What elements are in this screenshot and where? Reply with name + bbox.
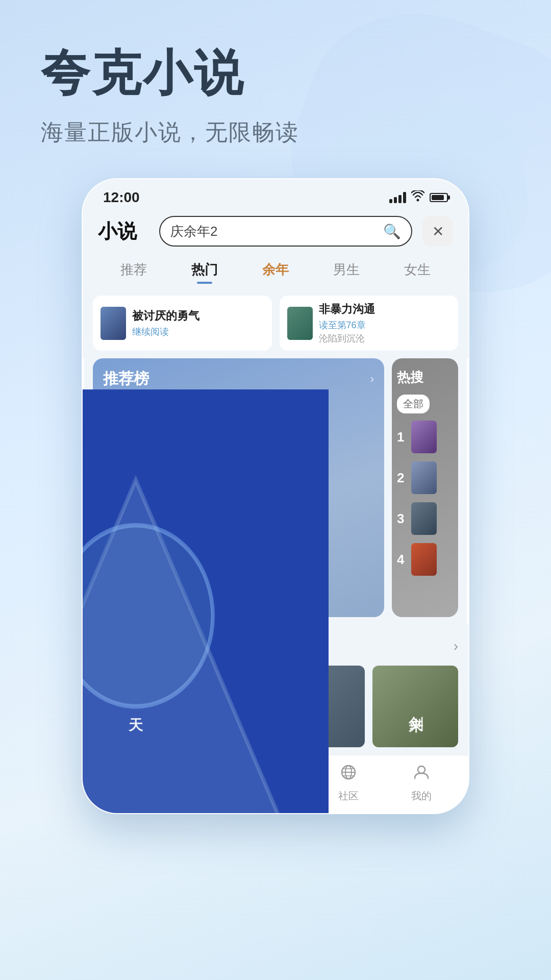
book-info-1: 被讨厌的勇气 继续阅读 (132, 308, 199, 338)
hot-rank-4: 4 (397, 552, 407, 568)
app-title: 小说 (98, 218, 149, 244)
book-action-2: 读至第76章 (319, 319, 375, 331)
nav-profile[interactable]: 我的 (385, 763, 458, 803)
hot-search-panel: 热搜 全部 1 2 3 (392, 358, 458, 617)
hot-item-4[interactable]: 4 (397, 543, 453, 576)
hot-item-1[interactable]: 1 (397, 421, 453, 453)
tab-male[interactable]: 男生 (311, 257, 382, 283)
app-header: 小说 庆余年2 🔍 ✕ (83, 211, 468, 254)
tab-hot[interactable]: 热门 (169, 257, 240, 283)
book-info-2: 非暴力沟通 读至第76章 沦陷到沉沦 (319, 302, 375, 345)
section-more[interactable]: › (454, 638, 458, 654)
tab-recommend[interactable]: 推荐 (98, 257, 169, 283)
promo-subtitle: 海量正版小说，无限畅读 (41, 117, 510, 148)
ranking-title: 推荐榜 (103, 369, 149, 389)
phone-frame: 12:00 (82, 178, 469, 814)
promo-header: 夸克小说 海量正版小说，无限畅读 (0, 0, 551, 158)
community-icon (339, 763, 358, 786)
hot-filter-all[interactable]: 全部 (397, 395, 430, 413)
book-name-1: 被讨厌的勇气 (132, 308, 199, 324)
wifi-icon (411, 190, 424, 205)
hot-item-2[interactable]: 2 (397, 461, 453, 494)
search-icon[interactable]: 🔍 (383, 223, 401, 240)
phone-wrapper: 12:00 (0, 178, 551, 814)
svg-point-26 (418, 766, 425, 773)
hot-rank-3: 3 (397, 511, 407, 527)
recent-book-2[interactable]: 非暴力沟通 读至第76章 沦陷到沉沦 (280, 296, 459, 351)
completed-books-row: 天 剑来 (93, 666, 458, 747)
promo-title: 夸克小说 (41, 41, 510, 107)
completed-section: 完结推荐 › 天 (83, 625, 468, 755)
tab-female[interactable]: 女生 (382, 257, 453, 283)
battery-icon (430, 193, 448, 202)
hot-cover-3 (411, 502, 437, 535)
status-bar: 12:00 (83, 179, 468, 211)
hot-cover-1 (411, 421, 437, 453)
close-button[interactable]: ✕ (422, 216, 453, 247)
status-time: 12:00 (103, 189, 140, 206)
recent-reads: 被讨厌的勇气 继续阅读 非暴力沟通 读至第76章 沦陷到沉沦 (83, 290, 468, 358)
search-input[interactable]: 庆余年2 (170, 223, 383, 240)
svg-point-11 (93, 666, 179, 706)
nav-community-label: 社区 (338, 789, 359, 803)
ranking-more[interactable]: › (370, 373, 374, 386)
hot-cover-4 (411, 543, 437, 576)
ranking-header: 推荐榜 › (103, 369, 374, 389)
nav-profile-label: 我的 (411, 789, 432, 803)
hot-cover-2 (411, 461, 437, 494)
svg-point-0 (417, 199, 419, 202)
book-name-2: 非暴力沟通 (319, 302, 375, 317)
completed-book-1[interactable]: 天 (93, 666, 179, 747)
completed-book-4[interactable]: 剑来 (372, 666, 458, 747)
status-icons (389, 190, 448, 205)
hot-rank-2: 2 (397, 470, 407, 486)
profile-icon (412, 763, 431, 786)
hot-search-title: 热搜 (397, 369, 453, 386)
hot-item-3[interactable]: 3 (397, 502, 453, 535)
book-chapter-2: 沦陷到沉沦 (319, 332, 375, 345)
tab-special[interactable]: 余年 (240, 257, 311, 283)
signal-icon (389, 192, 406, 203)
search-bar[interactable]: 庆余年2 🔍 (159, 216, 412, 247)
nav-tabs: 推荐 热门 余年 男生 女生 (83, 254, 468, 290)
hot-rank-1: 1 (397, 429, 407, 445)
book-action-1: 继续阅读 (132, 326, 199, 338)
recent-book-1[interactable]: 被讨厌的勇气 继续阅读 (93, 296, 272, 351)
book-cover-1 (101, 307, 126, 340)
book-cover-2 (287, 307, 313, 340)
